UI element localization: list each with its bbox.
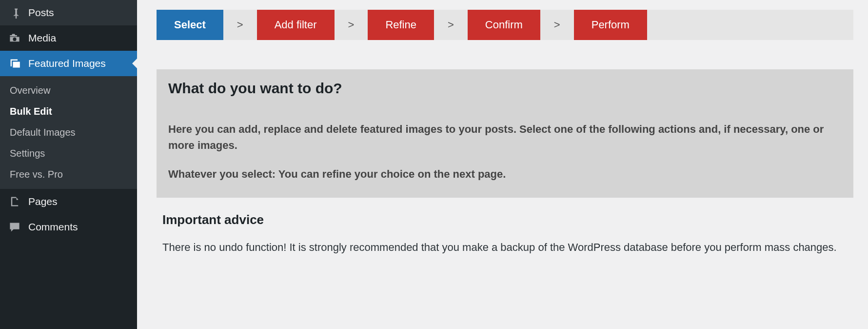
step-add-filter[interactable]: Add filter <box>257 10 335 40</box>
step-separator: > <box>335 19 368 31</box>
sidebar-item-media[interactable]: Media <box>0 25 137 51</box>
camera-icon <box>8 31 21 45</box>
sidebar-item-pages[interactable]: Pages <box>0 189 137 214</box>
step-perform[interactable]: Perform <box>574 10 647 40</box>
menu-label: Media <box>28 32 56 44</box>
intro-panel: What do you want to do? Here you can add… <box>157 69 853 198</box>
submenu-item-settings[interactable]: Settings <box>0 143 137 164</box>
admin-sidebar: Posts Media Featured Images Overview Bul… <box>0 0 137 329</box>
sidebar-item-featured-images[interactable]: Featured Images <box>0 51 137 76</box>
advice-body: There is no undo function! It is strongl… <box>162 239 848 255</box>
step-refine[interactable]: Refine <box>368 10 434 40</box>
intro-heading: What do you want to do? <box>168 80 842 97</box>
images-icon <box>8 57 21 70</box>
submenu-featured-images: Overview Bulk Edit Default Images Settin… <box>0 76 137 189</box>
submenu-item-free-vs-pro[interactable]: Free vs. Pro <box>0 164 137 185</box>
comment-icon <box>8 220 21 234</box>
sidebar-item-comments[interactable]: Comments <box>0 214 137 240</box>
intro-text-1: Here you can add, replace and delete fea… <box>168 121 842 153</box>
step-separator: > <box>223 19 257 31</box>
advice-heading: Important advice <box>162 212 848 227</box>
submenu-item-overview[interactable]: Overview <box>0 80 137 101</box>
menu-label: Featured Images <box>28 58 106 69</box>
menu-label: Comments <box>28 221 78 233</box>
step-select[interactable]: Select <box>157 10 223 40</box>
step-separator: > <box>540 19 574 31</box>
advice-section: Important advice There is no undo functi… <box>157 212 853 255</box>
step-confirm[interactable]: Confirm <box>468 10 540 40</box>
sidebar-item-posts[interactable]: Posts <box>0 0 137 25</box>
pin-icon <box>8 6 21 20</box>
menu-label: Posts <box>28 7 54 19</box>
step-separator: > <box>434 19 468 31</box>
submenu-item-default-images[interactable]: Default Images <box>0 122 137 143</box>
intro-text-2: Whatever you select: You can refine your… <box>168 166 842 182</box>
main-content: Select > Add filter > Refine > Confirm >… <box>137 0 868 329</box>
pages-icon <box>8 195 21 208</box>
menu-label: Pages <box>28 196 58 207</box>
submenu-item-bulk-edit[interactable]: Bulk Edit <box>0 101 137 122</box>
wizard-steps: Select > Add filter > Refine > Confirm >… <box>157 10 853 40</box>
